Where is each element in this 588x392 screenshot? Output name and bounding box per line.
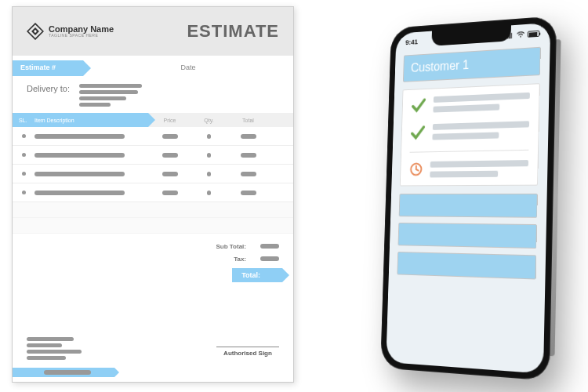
table-row: [13, 127, 293, 146]
authorised-sign-label: Authorised Sign: [216, 347, 279, 357]
list-item[interactable]: [409, 160, 528, 178]
col-total: Total: [227, 118, 270, 123]
company-logo-icon: [27, 23, 44, 40]
phone-mockup: 9:41 Customer 1: [380, 16, 557, 381]
totals-section: Sub Total: Tax: Total:: [13, 240, 293, 282]
table-body: [13, 127, 293, 202]
logo-block: Company Name TAGLINE SPACE HERE: [27, 23, 114, 40]
checkmark-icon: [410, 124, 426, 141]
list-item[interactable]: [410, 121, 529, 141]
empty-rows: [13, 202, 293, 234]
list-item[interactable]: [411, 93, 530, 114]
footer-bar: [13, 368, 91, 377]
action-button[interactable]: [397, 252, 536, 280]
table-row: [13, 146, 293, 165]
checkmark-icon: [411, 97, 426, 114]
task-card: [400, 83, 540, 186]
col-description: Item Description: [34, 113, 148, 127]
svg-point-5: [520, 36, 521, 38]
clock-icon: [409, 162, 423, 177]
company-tagline: TAGLINE SPACE HERE: [49, 34, 114, 38]
table-row: [13, 183, 293, 202]
meta-band: Estimate # Date: [13, 60, 293, 76]
footer-notes-placeholder: [27, 337, 82, 360]
status-time: 9:41: [405, 38, 418, 46]
delivery-section: Delivery to:: [13, 76, 293, 113]
svg-rect-4: [510, 33, 512, 38]
tax-value-placeholder: [260, 256, 279, 261]
date-label: Date: [83, 60, 293, 76]
subtotal-value-placeholder: [260, 244, 279, 249]
delivery-label: Delivery to:: [27, 84, 70, 107]
table-header: SL. Item Description Price Qty. Total: [13, 113, 293, 127]
customer-header[interactable]: Customer 1: [403, 47, 541, 82]
col-qty: Qty.: [191, 118, 227, 123]
estimate-document: Company Name TAGLINE SPACE HERE ESTIMATE…: [12, 6, 294, 383]
battery-icon: [528, 31, 540, 38]
phone-screen: 9:41 Customer 1: [386, 23, 550, 374]
estimate-number-label: Estimate #: [13, 60, 83, 76]
subtotal-label: Sub Total:: [199, 243, 246, 250]
table-row: [13, 165, 293, 183]
wifi-icon: [516, 31, 525, 38]
svg-point-0: [34, 30, 36, 32]
action-button[interactable]: [398, 223, 537, 249]
doc-header: Company Name TAGLINE SPACE HERE ESTIMATE: [13, 7, 293, 56]
col-sl: SL.: [13, 113, 34, 127]
tax-label: Tax:: [199, 256, 246, 263]
action-button[interactable]: [399, 194, 538, 218]
delivery-address-placeholder: [79, 84, 142, 107]
total-label: Total:: [232, 268, 282, 282]
document-title: ESTIMATE: [187, 21, 279, 42]
